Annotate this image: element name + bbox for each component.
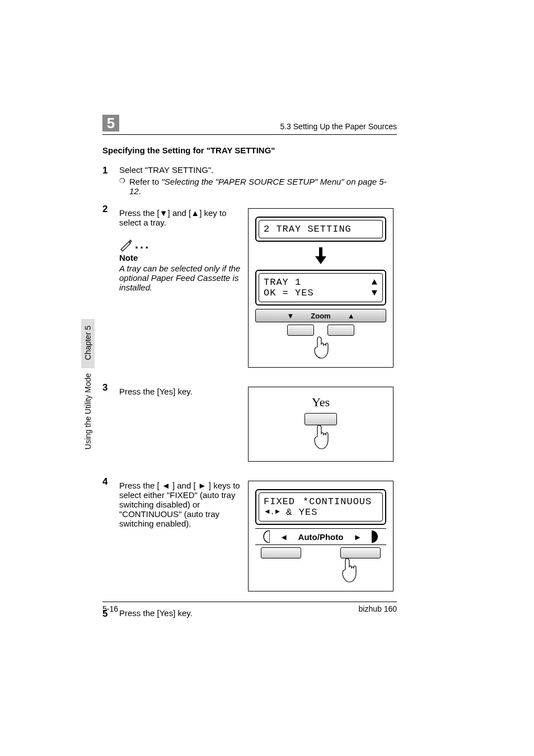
auto-photo-label: Auto/Photo: [298, 532, 344, 542]
auto-photo-bar: ◄ Auto/Photo ►: [255, 528, 386, 545]
side-tab-chapter: Chapter 5: [81, 319, 95, 368]
note-text: A tray can be selected only if the optio…: [119, 264, 242, 292]
lcd-diagram-tray-setting: 2 TRAY SETTING TRAY 1 ▲ OK = YES ▼: [248, 208, 394, 368]
down-arrow-small-icon: ▼: [372, 288, 378, 298]
left-half-circle-icon: [262, 530, 270, 543]
up-arrow-icon: ▲: [348, 312, 355, 320]
lcd-text: FIXED: [264, 496, 295, 507]
yes-key-diagram: Yes: [248, 387, 394, 462]
down-arrow-icon: ▼: [160, 208, 168, 218]
step-1: 1 Select "TRAY SETTING". ❍ Refer to "Sel…: [102, 165, 397, 196]
step-3: 3 Press the [Yes] key. Yes: [102, 382, 397, 462]
chapter-number-badge: 5: [102, 115, 119, 132]
section-header: 5.3 Setting Up the Paper Sources: [280, 122, 397, 131]
step-number: 1: [102, 165, 119, 196]
lcd-arrows-icon: ◄,►: [264, 507, 282, 518]
step-2: 2 Press the [▼] and [▲] key to select a …: [102, 204, 397, 368]
down-arrow-icon: ▼: [287, 312, 294, 320]
step-number: 4: [102, 476, 119, 591]
left-button: [261, 547, 301, 558]
right-arrow-icon: ►: [353, 532, 362, 542]
bullet-icon: ❍: [119, 177, 129, 196]
lcd-text: & YES: [286, 507, 317, 518]
zoom-bar: ▼ Zoom ▲: [255, 309, 386, 322]
finger-press-icon: [339, 556, 358, 583]
step-text: Press the [ ◄ ] and [ ► ] keys to select…: [119, 481, 242, 528]
side-tab-mode: Using the Utility Mode: [81, 367, 95, 458]
step-text: Press the [Yes] key.: [119, 387, 242, 396]
up-arrow-icon: ▲: [191, 208, 199, 218]
note-heading: Note: [119, 253, 242, 262]
lcd-text: *CONTINUOUS: [303, 496, 372, 507]
finger-press-icon: [311, 423, 330, 450]
zoom-up-button: [327, 325, 354, 336]
section-heading: Specifying the Setting for "TRAY SETTING…: [102, 145, 397, 155]
model-name: bizhub 160: [358, 604, 397, 613]
up-arrow-small-icon: ▲: [372, 277, 378, 288]
step-subtext: Refer to "Selecting the "PAPER SOURCE SE…: [129, 177, 397, 196]
zoom-label: Zoom: [311, 312, 330, 320]
step-text: Press the [▼] and [▲] key to select a tr…: [119, 208, 242, 227]
zoom-down-button: [287, 325, 314, 336]
lcd-diagram-fixed-continuous: FIXED *CONTINUOUS ◄,► & YES ◄ Auto/Pho: [248, 481, 394, 591]
right-half-circle-icon: [372, 530, 380, 543]
yes-button: [305, 413, 337, 425]
note-icon: ...: [119, 237, 242, 252]
step-number: 2: [102, 204, 119, 368]
yes-label: Yes: [255, 395, 386, 410]
right-button: [340, 547, 381, 558]
down-arrow-icon: [255, 246, 386, 265]
left-arrow-icon: ◄: [280, 532, 288, 542]
page-number: 5-16: [102, 604, 118, 613]
header-rule: [102, 134, 397, 135]
step-number: 3: [102, 382, 119, 462]
right-arrow-icon: ►: [198, 481, 207, 490]
finger-press-icon: [311, 335, 330, 359]
lcd-line: 2 TRAY SETTING: [259, 220, 383, 238]
lcd-line: OK = YES: [264, 288, 314, 298]
step-text: Select "TRAY SETTING".: [119, 165, 397, 175]
step-4: 4 Press the [ ◄ ] and [ ► ] keys to sele…: [102, 476, 397, 591]
left-arrow-icon: ◄: [162, 481, 170, 490]
lcd-line: TRAY 1: [264, 277, 301, 288]
